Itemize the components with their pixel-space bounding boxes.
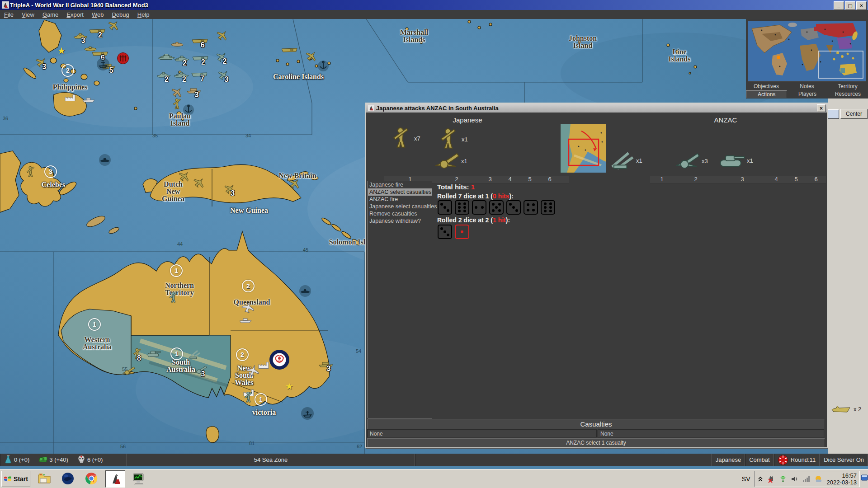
territory-label: Celebes bbox=[42, 181, 65, 188]
star-unit[interactable]: ★ bbox=[57, 46, 66, 56]
minimap[interactable] bbox=[748, 21, 866, 81]
tab-players[interactable]: Players bbox=[787, 90, 827, 98]
casualties-attacker-cell[interactable]: None bbox=[367, 429, 597, 437]
app-icon bbox=[2, 1, 9, 9]
sub-unit[interactable] bbox=[171, 40, 184, 48]
transport-plane-unit[interactable] bbox=[241, 301, 255, 315]
ghost-ship-unit[interactable] bbox=[300, 406, 315, 422]
destroyer-unit[interactable]: 3 bbox=[73, 33, 88, 41]
taskbar-app-system-monitor[interactable] bbox=[130, 470, 149, 487]
ghost-sub-unit[interactable] bbox=[98, 153, 112, 169]
casualties-defender-cell[interactable]: None bbox=[598, 429, 824, 437]
artillery-unit[interactable]: 3 bbox=[193, 365, 207, 376]
battle-step-item[interactable]: Japanese withdraw? bbox=[368, 217, 432, 225]
fighter-unit[interactable] bbox=[217, 30, 228, 42]
total-hits-line: Total hits: 1 bbox=[437, 183, 475, 191]
maximize-button[interactable]: ▢ bbox=[845, 1, 855, 10]
carrier-unit[interactable]: 2 bbox=[192, 55, 208, 63]
transport-unit[interactable]: 3 bbox=[319, 361, 333, 369]
roundel-unit[interactable] bbox=[269, 349, 290, 372]
infantry-unit[interactable] bbox=[243, 391, 253, 405]
destroyer-unit[interactable]: 2 bbox=[156, 72, 171, 80]
menu-item-export[interactable]: Export bbox=[62, 11, 88, 19]
minimize-button[interactable]: _ bbox=[834, 1, 844, 10]
tab-territory[interactable]: Territory bbox=[827, 83, 868, 90]
carrier-unit[interactable]: 6 bbox=[192, 38, 208, 46]
ghost-anchor-unit[interactable] bbox=[317, 60, 330, 74]
sea-zone-number: 45 bbox=[303, 247, 308, 253]
attacker-column-number: 6 bbox=[548, 176, 551, 183]
fighter-unit[interactable] bbox=[289, 178, 301, 191]
wireless-icon[interactable] bbox=[779, 475, 787, 483]
infantry-unit[interactable] bbox=[168, 291, 178, 305]
ghost-ship-unit[interactable] bbox=[96, 57, 110, 73]
carrier-unit[interactable] bbox=[281, 47, 297, 55]
artillery-unit[interactable] bbox=[122, 366, 135, 377]
select-casualty-button[interactable]: ANZAC select 1 casualty bbox=[367, 438, 825, 447]
fighter-unit[interactable]: 3 bbox=[36, 57, 47, 70]
close-button[interactable]: × bbox=[856, 1, 867, 10]
tank-unit[interactable] bbox=[147, 349, 161, 359]
unit-stack-count: 3 bbox=[42, 63, 46, 71]
ghost-anchor-unit[interactable] bbox=[182, 103, 195, 118]
speaker-icon[interactable] bbox=[791, 475, 799, 483]
fighter-unit[interactable]: 3 bbox=[218, 70, 230, 82]
fighter-unit[interactable] bbox=[193, 177, 205, 190]
carrier-unit[interactable]: 7 bbox=[191, 71, 208, 79]
carrier-unit[interactable]: 2 bbox=[89, 28, 105, 36]
weather-icon[interactable] bbox=[814, 475, 823, 483]
battle-step-item[interactable]: Japanese select casualties bbox=[368, 203, 432, 210]
fighter-unit[interactable] bbox=[171, 87, 183, 99]
taskbar-app-chrome[interactable] bbox=[82, 470, 101, 487]
battle-step-item[interactable]: Remove casualties bbox=[368, 210, 432, 217]
battle-step-item[interactable]: Japanese fire bbox=[368, 181, 432, 188]
battle-step-item[interactable]: ANZAC select casualties bbox=[368, 188, 432, 196]
taskbar-app-file-manager[interactable] bbox=[35, 470, 54, 487]
center-button[interactable]: Center bbox=[840, 109, 868, 119]
fighter-unit[interactable] bbox=[306, 51, 317, 63]
cruiser-unit[interactable]: 2 bbox=[174, 56, 189, 64]
chevron-up-icon[interactable] bbox=[757, 476, 764, 482]
battle-step-item[interactable]: ANZAC fire bbox=[368, 196, 432, 203]
battle-dialog-close-icon[interactable]: × bbox=[817, 104, 826, 112]
fighter-unit[interactable]: 2 bbox=[216, 52, 228, 64]
tab-resources[interactable]: Resources bbox=[828, 90, 868, 98]
fighter-unit[interactable] bbox=[108, 20, 120, 33]
battle-dialog-titlebar[interactable]: Japanese attacks ANZAC in South Australi… bbox=[366, 103, 827, 113]
factory-unit[interactable] bbox=[65, 94, 75, 103]
menu-item-web[interactable]: Web bbox=[88, 11, 108, 19]
cruiser-unit[interactable]: 2 bbox=[174, 72, 189, 80]
tab-notes[interactable]: Notes bbox=[787, 83, 827, 90]
menu-item-file[interactable]: File bbox=[0, 11, 18, 19]
placement-ship-icon[interactable] bbox=[831, 404, 852, 414]
infantry-unit[interactable]: 8 bbox=[132, 348, 142, 361]
signal-bars-icon[interactable] bbox=[802, 475, 811, 483]
menu-item-game[interactable]: Game bbox=[38, 11, 62, 19]
partial-button[interactable] bbox=[827, 109, 839, 119]
menu-item-help[interactable]: Help bbox=[133, 11, 154, 19]
start-button[interactable]: Start bbox=[1, 471, 30, 487]
ship-unit[interactable] bbox=[82, 96, 95, 104]
taskbar-app-globe-browser[interactable] bbox=[58, 470, 77, 487]
tab-actions[interactable]: Actions bbox=[746, 90, 787, 98]
kamikaze-unit[interactable] bbox=[117, 52, 129, 66]
fighter-unit[interactable] bbox=[179, 171, 190, 183]
taskbar-app-triplea[interactable] bbox=[105, 470, 125, 488]
transport-unit[interactable]: 3 bbox=[187, 87, 201, 95]
infantry-unit[interactable] bbox=[25, 166, 35, 179]
menu-item-debug[interactable]: Debug bbox=[108, 11, 133, 19]
sea-zone-number: 54 bbox=[356, 348, 361, 354]
tab-objectives[interactable]: Objectives bbox=[746, 83, 787, 90]
fighter-unit[interactable]: 3 bbox=[224, 183, 236, 196]
show-desktop-icon[interactable] bbox=[861, 471, 868, 487]
language-indicator[interactable]: SV bbox=[742, 475, 750, 483]
infantry-unit[interactable] bbox=[171, 98, 181, 112]
ghost-sub-unit[interactable] bbox=[298, 284, 312, 300]
star-unit[interactable]: ★ bbox=[285, 382, 293, 391]
transport-plane-unit[interactable] bbox=[246, 365, 260, 378]
aaa-unit[interactable] bbox=[187, 349, 201, 361]
menu-item-view[interactable]: View bbox=[18, 11, 38, 19]
battleship-unit[interactable] bbox=[158, 54, 175, 62]
ship-unit[interactable] bbox=[239, 317, 252, 325]
power-plug-icon[interactable] bbox=[767, 475, 775, 483]
